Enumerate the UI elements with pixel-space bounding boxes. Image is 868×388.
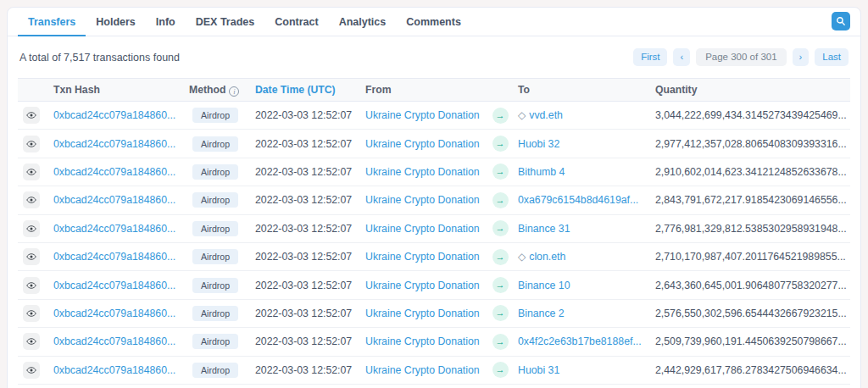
txn-hash-link[interactable]: 0xbcad24cc079a184860... <box>53 109 175 121</box>
quantity-value: 2,776,981,329,812.5385302958931948... <box>655 223 847 235</box>
txn-hash-link[interactable]: 0xbcad24cc079a184860... <box>53 364 175 376</box>
to-address-link[interactable]: Huobi 31 <box>518 364 559 376</box>
to-address-link[interactable]: 0xa679c6154b8d4619af... <box>518 194 638 206</box>
table-row: 0xbcad24cc079a184860... Airdrop 2022-03-… <box>18 243 850 271</box>
pagination-first-button[interactable]: First <box>633 48 667 66</box>
from-address-link[interactable]: Ukraine Crypto Donation <box>365 194 480 206</box>
to-address-link[interactable]: Binance 10 <box>518 280 570 291</box>
method-badge: Airdrop <box>192 192 238 208</box>
table-row: 0xbcad24cc079a184860... Airdrop 2022-03-… <box>18 130 850 158</box>
date-time-value: 2022-03-03 12:52:07 <box>255 109 352 121</box>
transfer-arrow-icon: → <box>492 305 509 321</box>
transfer-arrow-icon: → <box>492 164 509 180</box>
header-date-time: Date Time (UTC) <box>248 84 362 96</box>
tab-transfers[interactable]: Transfers <box>18 8 86 36</box>
quantity-value: 3,044,222,699,434.3145273439425469... <box>655 109 847 121</box>
quantity-value: 2,977,412,357,028.8065408309393316... <box>655 138 847 150</box>
txn-hash-link[interactable]: 0xbcad24cc079a184860... <box>53 280 175 291</box>
txn-hash-link[interactable]: 0xbcad24cc079a184860... <box>53 138 175 150</box>
date-time-value: 2022-03-03 12:52:07 <box>255 335 352 347</box>
tab-dex-trades[interactable]: DEX Trades <box>186 8 264 36</box>
from-address-link[interactable]: Ukraine Crypto Donation <box>365 109 480 121</box>
from-address-link[interactable]: Ukraine Crypto Donation <box>365 308 480 319</box>
table-row: 0xbcad24cc079a184860... Airdrop 2022-03-… <box>18 385 850 388</box>
pagination-prev-button[interactable]: ‹ <box>673 48 690 66</box>
transfer-arrow-icon: → <box>492 334 509 350</box>
eye-icon <box>26 167 36 177</box>
table-row: 0xbcad24cc079a184860... Airdrop 2022-03-… <box>18 357 850 385</box>
txn-hash-link[interactable]: 0xbcad24cc079a184860... <box>53 251 175 263</box>
date-time-value: 2022-03-03 12:52:07 <box>255 223 352 235</box>
date-time-value: 2022-03-03 12:52:07 <box>255 364 352 376</box>
view-transfer-details-button[interactable] <box>23 220 40 237</box>
transfer-arrow-icon: → <box>492 249 509 265</box>
eye-icon <box>26 252 36 262</box>
pagination-next-button[interactable]: › <box>793 48 810 66</box>
quantity-value: 2,643,360,645,001.9064807758320277... <box>655 280 847 291</box>
from-address-link[interactable]: Ukraine Crypto Donation <box>365 280 480 291</box>
pagination: First ‹ Page 300 of 301 › Last <box>633 48 849 66</box>
view-transfer-details-button[interactable] <box>23 248 40 265</box>
view-transfer-details-button[interactable] <box>23 136 40 152</box>
to-address-link[interactable]: Bithumb 4 <box>518 166 565 178</box>
view-transfer-details-button[interactable] <box>23 164 40 180</box>
from-address-link[interactable]: Ukraine Crypto Donation <box>365 335 480 347</box>
quantity-value: 2,442,929,617,786.2783427506946634... <box>655 364 847 376</box>
to-address-link[interactable]: Huobi 32 <box>518 138 559 150</box>
tab-contract[interactable]: Contract <box>264 8 328 36</box>
to-address-link[interactable]: vvd.eth <box>529 109 563 121</box>
search-button[interactable] <box>832 12 850 30</box>
tab-info[interactable]: Info <box>146 8 186 36</box>
info-icon[interactable]: i <box>229 86 239 97</box>
view-transfer-details-button[interactable] <box>23 191 40 208</box>
from-address-link[interactable]: Ukraine Crypto Donation <box>365 223 480 235</box>
tab-bar: Transfers Holders Info DEX Trades Contra… <box>8 8 860 36</box>
from-address-link[interactable]: Ukraine Crypto Donation <box>365 251 480 263</box>
eye-icon <box>26 224 36 234</box>
transfers-table: Txn Hash Methodi Date Time (UTC) From To… <box>18 78 850 388</box>
txn-hash-link[interactable]: 0xbcad24cc079a184860... <box>53 223 175 235</box>
view-transfer-details-button[interactable] <box>23 362 40 379</box>
to-address-link[interactable]: Binance 31 <box>518 223 570 235</box>
eye-icon <box>26 308 36 319</box>
view-transfer-details-button[interactable] <box>23 305 40 322</box>
txn-hash-link[interactable]: 0xbcad24cc079a184860... <box>53 166 175 178</box>
header-method: Methodi <box>184 84 248 97</box>
method-badge: Airdrop <box>192 249 238 264</box>
transfer-arrow-icon: → <box>492 108 509 124</box>
from-address-link[interactable]: Ukraine Crypto Donation <box>365 364 480 376</box>
table-row: 0xbcad24cc079a184860... Airdrop 2022-03-… <box>18 186 850 214</box>
table-row: 0xbcad24cc079a184860... Airdrop 2022-03-… <box>18 102 850 130</box>
view-transfer-details-button[interactable] <box>23 107 40 124</box>
from-address-link[interactable]: Ukraine Crypto Donation <box>365 166 480 178</box>
date-time-sort-link[interactable]: Date Time (UTC) <box>255 84 336 96</box>
quantity-value: 2,843,791,672,217.9185423069146556... <box>655 194 847 206</box>
header-txn-hash: Txn Hash <box>48 84 184 96</box>
to-address-link[interactable]: Binance 2 <box>518 308 565 319</box>
transfer-arrow-icon: → <box>492 192 509 208</box>
txn-hash-link[interactable]: 0xbcad24cc079a184860... <box>53 308 175 319</box>
table-row: 0xbcad24cc079a184860... Airdrop 2022-03-… <box>18 300 850 328</box>
tab-analytics[interactable]: Analytics <box>329 8 397 36</box>
eye-icon <box>26 195 36 205</box>
txn-hash-link[interactable]: 0xbcad24cc079a184860... <box>53 335 175 347</box>
transactions-count-text: A total of 7,517 transactions found <box>19 52 180 64</box>
from-address-link[interactable]: Ukraine Crypto Donation <box>365 138 480 150</box>
tab-holders[interactable]: Holders <box>86 8 146 36</box>
date-time-value: 2022-03-03 12:52:07 <box>255 138 352 150</box>
pagination-current-page: Page 300 of 301 <box>696 48 786 66</box>
header-from: From <box>362 84 486 96</box>
method-badge: Airdrop <box>192 164 238 180</box>
ens-icon: ◇ <box>518 252 526 262</box>
tab-comments[interactable]: Comments <box>396 8 471 36</box>
ens-icon: ◇ <box>518 110 526 120</box>
view-transfer-details-button[interactable] <box>23 277 40 294</box>
method-badge: Airdrop <box>192 334 238 349</box>
transfer-arrow-icon: → <box>492 136 509 152</box>
date-time-value: 2022-03-03 12:52:07 <box>255 194 352 206</box>
view-transfer-details-button[interactable] <box>23 333 40 350</box>
to-address-link[interactable]: clon.eth <box>529 251 565 263</box>
txn-hash-link[interactable]: 0xbcad24cc079a184860... <box>53 194 175 206</box>
to-address-link[interactable]: 0x4f2c2e63b17be8188ef... <box>518 335 642 347</box>
pagination-last-button[interactable]: Last <box>815 48 849 66</box>
